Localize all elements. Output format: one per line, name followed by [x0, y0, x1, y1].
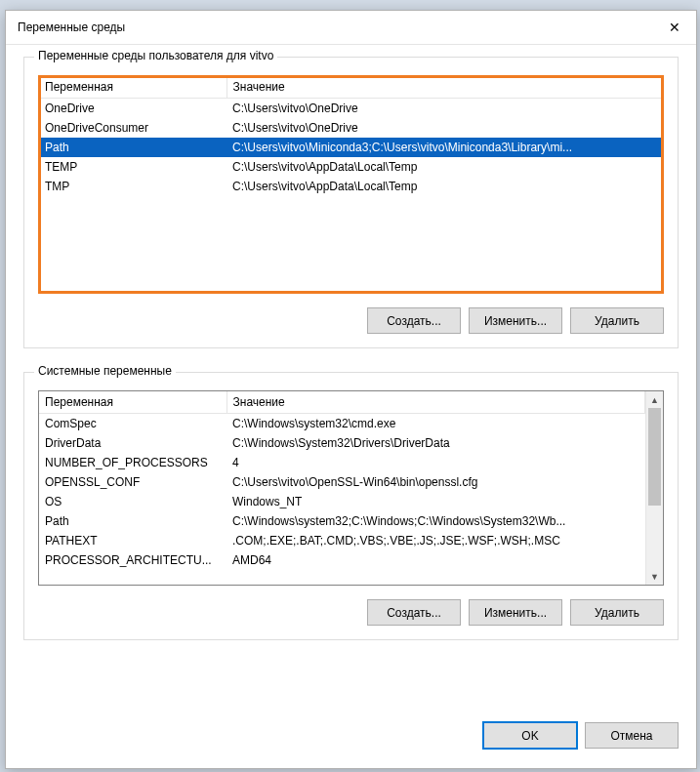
user-vars-table: Переменная Значение OneDriveC:\Users\vit…	[39, 76, 663, 196]
cell-var: ComSpec	[39, 414, 226, 434]
table-row[interactable]: PathC:\Windows\system32;C:\Windows;C:\Wi…	[39, 511, 645, 531]
cell-val: C:\Windows\system32\cmd.exe	[226, 414, 645, 434]
table-row[interactable]: OneDriveC:\Users\vitvo\OneDrive	[39, 99, 663, 119]
system-new-button[interactable]: Создать...	[367, 599, 461, 626]
cell-val: C:\Windows\system32;C:\Windows;C:\Window…	[226, 511, 645, 531]
cell-var: OS	[39, 492, 226, 511]
cell-val: .COM;.EXE;.BAT;.CMD;.VBS;.VBE;.JS;.JSE;.…	[226, 531, 645, 550]
scroll-down-icon[interactable]: ▼	[646, 568, 663, 585]
table-row[interactable]: OneDriveConsumerC:\Users\vitvo\OneDrive	[39, 118, 663, 138]
cell-var: Path	[39, 138, 226, 157]
sys-col-val[interactable]: Значение	[226, 391, 645, 414]
user-col-var[interactable]: Переменная	[39, 76, 226, 99]
cell-val: C:\Users\vitvo\Miniconda3;C:\Users\vitvo…	[226, 138, 663, 157]
cell-val: C:\Windows\System32\Drivers\DriverData	[226, 433, 645, 453]
system-vars-legend: Системные переменные	[34, 364, 176, 378]
user-vars-group: Переменные среды пользователя для vitvo …	[23, 57, 679, 348]
table-row[interactable]: TMPC:\Users\vitvo\AppData\Local\Temp	[39, 177, 663, 196]
table-row[interactable]: OSWindows_NT	[39, 492, 645, 511]
user-delete-button[interactable]: Удалить	[570, 307, 664, 334]
close-button[interactable]: ✕	[653, 12, 696, 43]
cell-var: Path	[39, 511, 226, 531]
sys-col-var[interactable]: Переменная	[39, 391, 226, 414]
system-vars-list[interactable]: Переменная Значение ComSpecC:\Windows\sy…	[38, 390, 664, 586]
user-vars-list[interactable]: Переменная Значение OneDriveC:\Users\vit…	[38, 75, 664, 294]
system-btn-row: Создать... Изменить... Удалить	[38, 599, 664, 626]
user-col-val[interactable]: Значение	[226, 76, 663, 99]
user-vars-legend: Переменные среды пользователя для vitvo	[34, 49, 277, 62]
cell-val: C:\Users\vitvo\OpenSSL-Win64\bin\openssl…	[226, 472, 645, 492]
table-row[interactable]: DriverDataC:\Windows\System32\Drivers\Dr…	[39, 433, 645, 453]
cell-val: C:\Users\vitvo\AppData\Local\Temp	[226, 177, 663, 196]
cell-var: NUMBER_OF_PROCESSORS	[39, 453, 226, 472]
cell-var: TEMP	[39, 157, 226, 177]
close-icon: ✕	[669, 20, 680, 34]
cell-val: Windows_NT	[226, 492, 645, 511]
cell-val: AMD64	[226, 550, 645, 570]
cell-var: DriverData	[39, 433, 226, 453]
system-scrollbar[interactable]: ▲ ▼	[645, 391, 663, 585]
table-row[interactable]: TEMPC:\Users\vitvo\AppData\Local\Temp	[39, 157, 663, 177]
titlebar: Переменные среды ✕	[6, 11, 696, 45]
table-row[interactable]: PATHEXT.COM;.EXE;.BAT;.CMD;.VBS;.VBE;.JS…	[39, 531, 645, 550]
scroll-up-icon[interactable]: ▲	[646, 391, 663, 408]
cell-var: OneDriveConsumer	[39, 118, 226, 138]
cell-val: C:\Users\vitvo\OneDrive	[226, 118, 663, 138]
dialog-footer: OK Отмена	[6, 722, 696, 768]
scroll-track[interactable]	[646, 408, 663, 568]
table-row[interactable]: OPENSSL_CONFC:\Users\vitvo\OpenSSL-Win64…	[39, 472, 645, 492]
screen: Переменные среды ✕ Переменные среды поль…	[0, 0, 700, 772]
table-row[interactable]: ComSpecC:\Windows\system32\cmd.exe	[39, 414, 645, 434]
user-new-button[interactable]: Создать...	[367, 307, 461, 334]
dialog-title: Переменные среды	[18, 20, 125, 34]
table-row[interactable]: PROCESSOR_ARCHITECTU...AMD64	[39, 550, 645, 570]
cell-val: C:\Users\vitvo\OneDrive	[226, 99, 663, 119]
system-delete-button[interactable]: Удалить	[570, 599, 664, 626]
cancel-button[interactable]: Отмена	[585, 722, 679, 749]
env-vars-dialog: Переменные среды ✕ Переменные среды поль…	[5, 10, 697, 769]
cell-var: OPENSSL_CONF	[39, 472, 226, 492]
user-btn-row: Создать... Изменить... Удалить	[38, 307, 664, 334]
table-row[interactable]: PathC:\Users\vitvo\Miniconda3;C:\Users\v…	[39, 138, 663, 157]
cell-val: C:\Users\vitvo\AppData\Local\Temp	[226, 157, 663, 177]
cell-var: TMP	[39, 177, 226, 196]
ok-button[interactable]: OK	[483, 722, 577, 749]
cell-var: PROCESSOR_ARCHITECTU...	[39, 550, 226, 570]
cell-var: OneDrive	[39, 99, 226, 119]
cell-val: 4	[226, 453, 645, 472]
system-edit-button[interactable]: Изменить...	[469, 599, 562, 626]
table-row[interactable]: NUMBER_OF_PROCESSORS4	[39, 453, 645, 472]
dialog-body: Переменные среды пользователя для vitvo …	[6, 45, 696, 722]
user-edit-button[interactable]: Изменить...	[469, 307, 562, 334]
system-vars-table: Переменная Значение ComSpecC:\Windows\sy…	[39, 391, 645, 570]
cell-var: PATHEXT	[39, 531, 226, 550]
system-vars-group: Системные переменные Переменная Зн	[23, 372, 679, 640]
scroll-thumb[interactable]	[648, 408, 661, 506]
